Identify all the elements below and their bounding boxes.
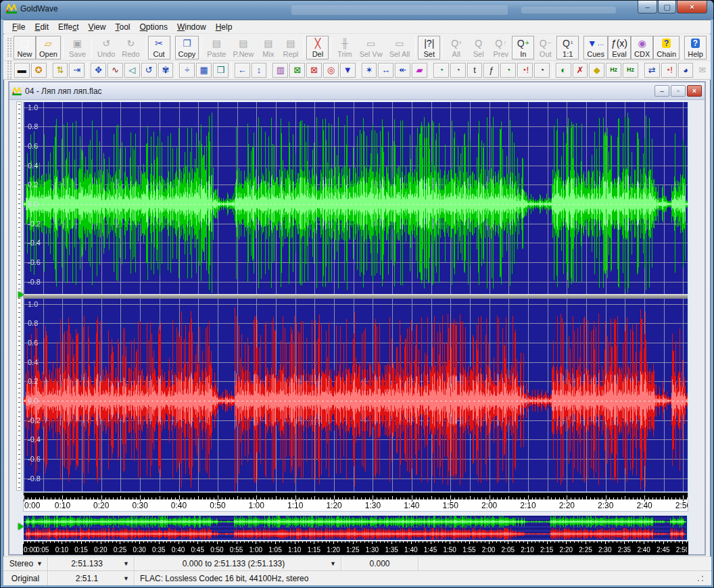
menu-edit[interactable]: Edit [30,21,53,33]
stretch-arrows-icon[interactable]: ↔ [378,63,394,78]
close-icon: × [690,3,694,11]
all-icon: Qˣ [451,38,461,49]
redo-button[interactable]: ↻Redo [118,36,143,59]
xy-sliders-icon[interactable]: ⇅ [53,63,68,78]
gradient-bar-icon[interactable]: ▰ [412,63,427,78]
minimize-button[interactable]: – [638,1,657,14]
1-1-button[interactable]: Q¹1:1 [556,36,579,59]
knob-teal-icon[interactable]: ◔ [433,63,449,78]
menu-help[interactable]: Help [211,21,237,33]
mute-lips-icon[interactable]: ✗ [573,63,588,78]
spectrum-arrow-icon[interactable]: ▼ [340,63,356,78]
chain-label: Chain [657,51,676,58]
expand-arrows-icon[interactable]: ✥ [91,63,106,78]
sel-button[interactable]: QSel [467,36,490,59]
eval-button[interactable]: ƒ(x)Eval [608,36,631,59]
titlebar[interactable]: GoldWave – ▢ × [1,1,713,20]
menu-file[interactable]: File [7,21,30,33]
device-bar-icon[interactable]: ▬ [14,63,30,78]
knob-time-icon[interactable]: t [467,63,483,78]
knob-icon[interactable]: ◔ [450,63,466,78]
wave-shape-icon[interactable]: ∿ [108,63,123,78]
length-dropdown[interactable]: 2:51.133 ▼ [48,557,135,570]
matrix-green-icon[interactable]: ⊠ [289,63,305,78]
channel-separator[interactable] [24,294,688,299]
help-button[interactable]: ?Help [684,36,707,59]
maximize-button[interactable]: ▢ [658,1,676,14]
copy-button[interactable]: ❐Copy [175,36,199,59]
hz-play-icon[interactable]: Hz [606,63,621,78]
toolbar-grip[interactable] [7,38,11,57]
cut-button[interactable]: ✂Cut [148,36,170,59]
time-axis[interactable] [23,492,688,512]
mixer-table-icon[interactable]: ▦ [196,63,212,78]
toolbar-grip[interactable] [7,61,11,80]
knob-max-icon[interactable]: ◔! [661,63,677,78]
out-button[interactable]: Q−Out [534,36,556,59]
prev-button[interactable]: Q↑Prev [490,36,512,59]
overview-strip[interactable] [23,515,688,541]
menu-options[interactable]: Options [135,21,172,33]
menu-tool[interactable]: Tool [110,21,135,33]
envelope-icon[interactable]: ✉ [694,63,710,78]
overview-position-marker[interactable] [18,523,24,530]
document-titlebar[interactable]: 04 - Ляп ляп ляп.flac – ▫ × [9,82,705,100]
diamond-icon[interactable]: ◆ [589,63,604,78]
sel-vw-button[interactable]: ▭Sel Vw [356,36,385,59]
gear-flower-icon[interactable]: ✾ [158,63,174,78]
stereo-eyes-icon[interactable]: ◎ [323,63,339,78]
skip-end-icon[interactable]: ⇥ [69,63,85,78]
fit-window-icon[interactable]: ❒ [213,63,229,78]
menu-view[interactable]: View [84,21,111,33]
resize-grip[interactable] [697,575,704,582]
paste-button[interactable]: ▤Paste [204,36,229,59]
undo-button[interactable]: ↺Undo [94,36,118,59]
all-button[interactable]: QˣAll [445,36,467,59]
chain-button[interactable]: ?Chain [653,36,680,59]
knob-alert-icon[interactable]: ◔! [517,63,533,78]
doc-restore-button[interactable]: ▫ [671,85,686,97]
channel-mode-dropdown[interactable]: Stereo ▼ [3,557,48,570]
clock-icon[interactable]: ◕ [678,63,694,78]
left-arrow-icon[interactable]: ← [235,63,250,78]
vertical-arrows-icon[interactable]: ↕ [252,63,267,78]
length-dropdown-2[interactable]: 2:51.1 ▼ [48,571,135,585]
knob-freq-icon[interactable]: ƒ [483,63,499,78]
doc-minimize-button[interactable]: – [654,85,669,97]
divide-icon[interactable]: ÷ [179,63,195,78]
control-gears-icon[interactable]: ✪ [31,63,47,78]
open-button[interactable]: ▱Open [36,36,61,59]
sel-all-button[interactable]: ▭Sel All [386,36,414,59]
save-button[interactable]: ▣Save [66,36,89,59]
waveform-view[interactable] [23,101,688,492]
matrix-red-icon[interactable]: ⊠ [306,63,322,78]
knob-slider-icon[interactable]: ◔ [534,63,550,78]
new-button[interactable]: ❏New [14,36,36,59]
cues-button[interactable]: ▼…Cues [584,36,608,59]
del-button[interactable]: ╳Del [306,36,329,59]
selection-range-dropdown[interactable]: 0.000 to 2:51.133 (2:51.133) ▼ [135,557,341,570]
compress-arrow-icon[interactable]: ↞ [395,63,410,78]
trim-button[interactable]: ╫Trim [333,36,356,59]
play-outline-icon[interactable]: ◁ [124,63,140,78]
set-button[interactable]: |?|Set [418,36,440,59]
cdx-button[interactable]: ◉CDX [631,36,653,59]
undo-curve-icon[interactable]: ↺ [141,63,157,78]
menu-window[interactable]: Window [172,21,211,33]
hz-steps-icon[interactable]: Hz [623,63,638,78]
overview-canvas[interactable] [24,516,686,540]
p-new-button[interactable]: ▤P.New [229,36,257,59]
swap-arrows-icon[interactable]: ⇄ [644,63,660,78]
doc-close-button[interactable]: × [687,85,702,97]
playback-start-marker[interactable] [18,291,24,298]
close-button[interactable]: × [677,1,707,14]
knob-equal-icon[interactable]: ◔ [500,63,516,78]
repl-button[interactable]: ▤Repl [279,36,302,59]
mix-button[interactable]: ▤Mix [257,36,279,59]
in-button[interactable]: Q+In [512,36,534,59]
status-spacer [419,557,711,570]
sparkle-x-icon[interactable]: ✶ [362,63,377,78]
equalizer-icon[interactable]: ▥ [272,63,288,78]
menu-effect[interactable]: Effect [53,21,84,33]
pan-balance-icon[interactable]: ◐ [556,63,571,78]
